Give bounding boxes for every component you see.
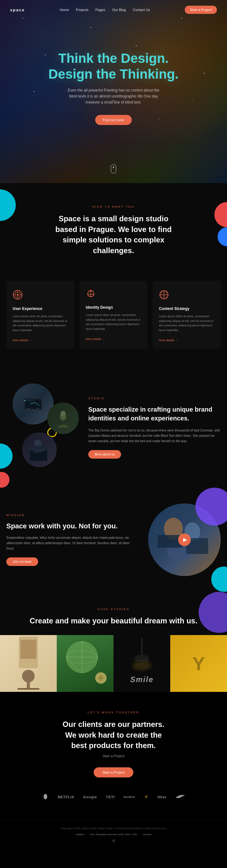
content-icon	[159, 290, 215, 302]
svg-point-17	[27, 408, 29, 410]
page-footer: Copyright © 2018. Space Studio. Bring De…	[0, 820, 227, 849]
service-card-identity: Identity Design Lorem ipsum dolor sit am…	[79, 281, 148, 349]
studio-desc: The Big Oxmox advised her not to do so, …	[88, 428, 221, 444]
service-name-ux: User Experience	[12, 307, 68, 311]
hero-cta-button[interactable]: Find out more	[95, 115, 132, 125]
footer-social: ⑬	[6, 839, 221, 843]
svg-rect-20	[24, 400, 26, 401]
svg-point-24	[61, 411, 66, 416]
svg-point-39	[22, 670, 35, 682]
hero-subtitle: Even the all powerful Pointing has no co…	[66, 87, 161, 106]
mission-content: MISSION Space work with you. Not for you…	[6, 514, 139, 566]
case-header: CASE STUDIES Create and make your beauti…	[0, 608, 227, 626]
studio-image-2	[47, 402, 79, 434]
play-button[interactable]: ▶	[178, 533, 191, 546]
studio-red-blob	[0, 472, 9, 488]
footer-link-license[interactable]: License	[143, 833, 152, 836]
hero-section: Think the Design. Design the Thinking. E…	[0, 0, 227, 183]
hero-title: Think the Design. Design the Thinking.	[0, 51, 227, 82]
logo-dunkin: Dunkin	[124, 796, 135, 799]
logo-yeti: YETI	[106, 795, 115, 799]
footer-link-support[interactable]: Support	[76, 833, 85, 836]
logos-row: NETFLIX Google YETI Dunkin ⚡ Uber	[6, 793, 221, 801]
nav-cta-button[interactable]: Start a Project	[185, 6, 217, 14]
nav-home[interactable]: Home	[60, 8, 69, 12]
identity-icon	[86, 290, 141, 301]
footer-copyright: Copyright © 2018. Space Studio. Bring De…	[6, 826, 221, 831]
case-title: Create and make your beautiful dream wit…	[6, 616, 221, 626]
mission-cta-button[interactable]: Join our team	[6, 557, 38, 566]
svg-rect-16	[25, 399, 41, 409]
nav-blog[interactable]: Our Blog	[112, 8, 126, 12]
logo-airbnb	[42, 793, 49, 801]
studio-content: STUDIO Space specialize in crafting uniq…	[88, 397, 221, 459]
footer-links: Support Free Templates licensed under GN…	[6, 831, 221, 836]
logo-bolt: ⚡	[144, 795, 149, 799]
svg-rect-41	[17, 688, 39, 690]
service-card-content: Content Strategy Lorem ipsum dolor sit a…	[153, 281, 221, 349]
service-desc-identity: Lorem ipsum dolor sit amet, consectetur …	[86, 313, 141, 331]
svg-rect-21	[26, 400, 36, 400]
service-link-content[interactable]: More details →	[159, 339, 178, 342]
case-image-3[interactable]: Smile	[114, 635, 170, 692]
svg-rect-40	[27, 682, 30, 689]
ux-icon	[12, 290, 68, 302]
logo-netflix: NETFLIX	[58, 795, 74, 799]
case-image-2[interactable]	[57, 635, 114, 692]
studio-cta-button[interactable]: More about us	[88, 450, 121, 459]
about-tag: NICE TO MEET YOU	[10, 205, 217, 208]
svg-rect-30	[33, 452, 41, 453]
mission-title: Space work with you. Not for you.	[6, 522, 139, 531]
nav-pages[interactable]: Pages	[96, 8, 105, 12]
main-nav: space Home Projects Pages Our Blog Conta…	[0, 0, 227, 20]
partners-subtitle: Start a Project	[6, 754, 221, 758]
case-image-4[interactable]: Y	[170, 635, 227, 692]
scroll-indicator	[111, 164, 116, 174]
svg-rect-38	[21, 640, 36, 659]
case-image-1[interactable]	[0, 635, 57, 692]
nav-projects[interactable]: Projects	[76, 8, 89, 12]
logo-nike	[175, 794, 185, 800]
mission-section: MISSION Space work with you. Not for you…	[0, 488, 227, 592]
mission-desc: Suspendisse vulputate, tellus tortor acc…	[6, 535, 139, 551]
about-title: Space is a small design studio based in …	[51, 213, 176, 256]
case-studies-section: CASE STUDIES Create and make your beauti…	[0, 592, 227, 692]
case-images-grid: Smile Y	[0, 635, 227, 692]
case-tag: CASE STUDIES	[6, 608, 221, 611]
partners-tag: LET'S WORK TOGETHER	[6, 711, 221, 714]
service-desc-ux: Lorem ipsum dolor sit amet, consectetur …	[12, 314, 68, 332]
nav-contact[interactable]: Contact Us	[133, 8, 150, 12]
studio-images	[6, 383, 79, 472]
studio-title: Space specialize in crafting unique bran…	[88, 405, 221, 423]
service-link-identity[interactable]: More details →	[86, 337, 105, 341]
studio-tag: STUDIO	[88, 397, 221, 400]
nav-links: Home Projects Pages Our Blog Contact Us	[60, 8, 150, 12]
partners-section: LET'S WORK TOGETHER Our clients are our …	[0, 692, 227, 820]
service-link-ux[interactable]: More details →	[12, 339, 32, 342]
studio-section: STUDIO Space specialize in crafting uniq…	[0, 368, 227, 488]
svg-point-7	[90, 290, 91, 292]
service-card-ux: User Experience Lorem ipsum dolor sit am…	[6, 281, 74, 349]
case-purple-blob	[199, 592, 227, 633]
partners-title: Our clients are our partners. We work ha…	[57, 719, 170, 751]
svg-point-18	[37, 408, 39, 410]
service-desc-content: Lorem ipsum dolor sit amet, consectetur …	[159, 314, 215, 332]
partners-cta-button[interactable]: Start a Project	[94, 767, 133, 777]
footer-link-license-text[interactable]: Free Templates licensed under GNU / GPL	[90, 833, 137, 836]
service-name-content: Content Strategy	[159, 307, 215, 311]
service-name-identity: Identity Design	[86, 305, 141, 310]
svg-rect-22	[26, 401, 32, 401]
about-section: NICE TO MEET YOU Space is a small design…	[0, 183, 227, 278]
svg-rect-19	[30, 410, 36, 411]
nav-logo[interactable]: space	[10, 7, 25, 12]
services-grid: User Experience Lorem ipsum dolor sit am…	[6, 281, 221, 349]
studio-image-3	[22, 432, 57, 467]
logo-google: Google	[83, 795, 97, 799]
cyan-decoration	[0, 189, 16, 221]
svg-rect-29	[33, 451, 44, 451]
svg-point-2	[17, 294, 19, 296]
scroll-dot	[113, 166, 114, 168]
mission-tag: MISSION	[6, 514, 139, 517]
blue-decoration	[218, 227, 227, 246]
services-section: User Experience Lorem ipsum dolor sit am…	[0, 278, 227, 368]
